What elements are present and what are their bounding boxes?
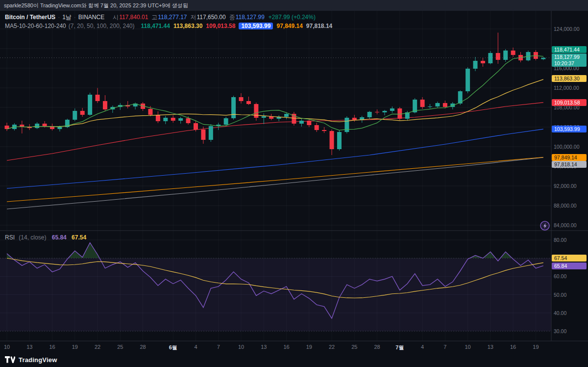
candle [428, 106, 432, 107]
candle [57, 127, 62, 129]
rsi-axis-label: 50.00 [554, 292, 566, 298]
time-axis-label: 25 [351, 344, 357, 350]
candle [496, 53, 500, 60]
tradingview-brand[interactable]: TradingView [19, 356, 57, 364]
candle [383, 111, 387, 112]
candle [481, 61, 485, 63]
rsi-value: 65.84 [52, 234, 67, 241]
ma-values: 118,471.44113,863.30109,013.58103,593.99… [138, 23, 333, 29]
tradingview-logo-icon[interactable] [5, 356, 15, 363]
ma-value: 97,818.14 [306, 23, 332, 29]
ohlc-label: 종 [229, 13, 235, 22]
time-axis-label: 10 [4, 344, 10, 350]
candle [73, 111, 77, 120]
rsi-band-layer [0, 258, 551, 331]
axis-badge-ma240: 97,818.14 [552, 161, 587, 168]
time-axis-label: 4 [421, 344, 424, 350]
ma200-line [7, 157, 543, 202]
candle [466, 69, 470, 91]
boost-icon[interactable] [540, 221, 549, 230]
time-axis-label: 19 [533, 344, 539, 350]
ma-value: 103,593.99 [239, 23, 273, 29]
candle [375, 112, 379, 112]
time-axis-label: 16 [49, 344, 55, 350]
candle [231, 97, 236, 118]
candle [337, 132, 342, 149]
axis-badge-last-price: 118,127.9910:20:37 [552, 53, 587, 67]
tradingview-chart-page: sparkle2580이 TradingView.com와 함께 7월 20, … [0, 0, 588, 367]
time-axis-label: 10 [465, 344, 470, 350]
ohlc-label: 시 [113, 13, 119, 22]
ohlc-value: 118,277.17 [158, 14, 187, 21]
short-ma-lines-layer [7, 55, 543, 130]
ma-indicator-label[interactable]: MA5-10-20-60-120-240 [5, 23, 66, 29]
candle [368, 112, 372, 117]
ohlc-values: 시117,840.01고118,277.17저117,650.00종118,12… [109, 13, 265, 22]
time-axis-label: 4 [194, 344, 197, 350]
time-axis-label: 28 [374, 344, 380, 350]
candle [35, 124, 39, 128]
ma50-line [7, 103, 543, 160]
ma-value: 118,471.44 [141, 23, 170, 29]
candle [178, 118, 183, 121]
time-axis-label: 25 [117, 344, 123, 350]
rsi-axis-label: 60.00 [554, 273, 566, 279]
time-axis-label: 19 [72, 344, 78, 350]
candle [43, 124, 47, 126]
rsi-smoothing-value: 67.54 [72, 234, 86, 241]
candle [103, 101, 107, 109]
rsi-axis-label: 40.00 [554, 310, 566, 316]
ma-indicator-row: MA5-10-20-60-120-240 (7, 20, 50, 100, 20… [5, 22, 332, 30]
ohlc-label: 저 [191, 13, 196, 22]
ohlc-value: 117,650.00 [197, 14, 226, 21]
separator-dot: · [58, 14, 60, 21]
axis-badge-ma100: 103,593.99 [552, 126, 587, 132]
time-axis-label: 10 [238, 344, 244, 350]
candle [20, 125, 24, 127]
rsi-indicator-label[interactable]: RSI [5, 234, 15, 241]
price-axis-label: 124,000.00 [554, 26, 580, 32]
rsi-axis-label: 80.00 [554, 237, 566, 243]
time-axis[interactable]: 101316192225286월47101316192225287월471013… [0, 341, 551, 352]
price-axis-label: 100,000.00 [554, 144, 580, 150]
footer-bar: TradingView [0, 352, 588, 367]
candle [209, 126, 213, 140]
price-axis-label: 92,000.00 [554, 183, 577, 189]
candle [254, 104, 258, 118]
ohlc-label: 고 [151, 13, 157, 22]
candle [80, 111, 85, 115]
candle [201, 130, 205, 140]
time-axis-label: 7월 [395, 344, 404, 351]
axis-badge-ma50: 109,013.58 [552, 99, 587, 106]
candle [322, 130, 326, 131]
candle [171, 118, 175, 121]
price-axis[interactable]: 124,000.00120,000.00116,000.00112,000.00… [551, 0, 588, 367]
symbol-title[interactable]: Bitcoin / TetherUS [5, 14, 55, 21]
chart-canvas[interactable] [0, 0, 588, 367]
candle [299, 121, 304, 124]
rsi-axis-label: 30.00 [554, 328, 566, 334]
attribution-text: sparkle2580이 TradingView.com와 함께 7월 20, … [4, 2, 188, 8]
exchange-label[interactable]: BINANCE [78, 14, 104, 21]
price-change: +287.99 (+0.24%) [269, 14, 316, 21]
time-axis-label: 28 [140, 344, 146, 350]
time-axis-label: 19 [306, 344, 312, 350]
candle [315, 125, 319, 130]
candle [224, 118, 228, 125]
axis-badge-ma200: 97,849.14 [552, 154, 587, 161]
interval-label[interactable]: 1날 [62, 13, 72, 22]
candle [239, 97, 244, 101]
time-axis-label: 16 [510, 344, 516, 350]
candles-layer[interactable] [5, 33, 546, 156]
candle [435, 103, 440, 106]
ohlc-value: 118,127.99 [236, 14, 265, 21]
rsi-indicator-params: (14, close) [19, 234, 46, 241]
candle [186, 118, 191, 123]
ma-value: 109,013.58 [206, 23, 235, 29]
time-axis-label: 13 [488, 344, 493, 350]
time-axis-label: 22 [95, 344, 100, 350]
candle [473, 61, 478, 69]
axis-badge-ma20: 113,863.30 [552, 75, 587, 82]
axis-badge-rsi: 65.84 [552, 262, 587, 269]
price-axis-label: 88,000.00 [554, 203, 577, 209]
